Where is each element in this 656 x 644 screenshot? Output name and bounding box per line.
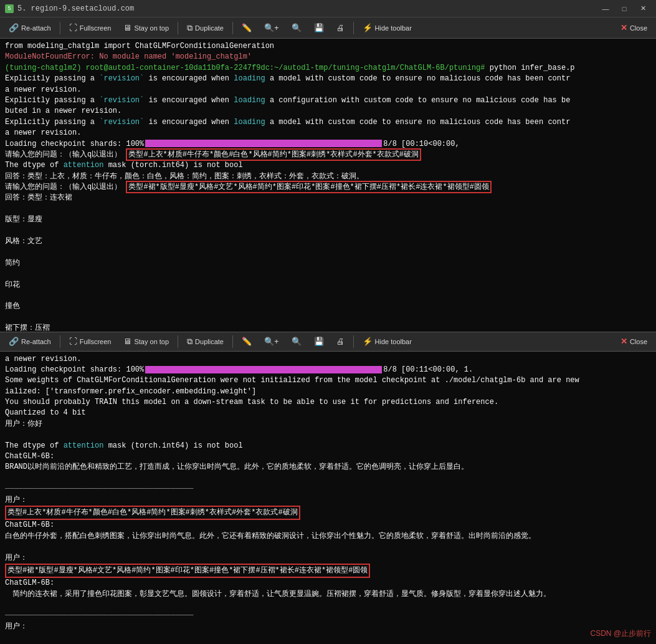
- reattach-icon-2: 🔗: [9, 337, 19, 346]
- line: Quantized to 4 bit: [5, 408, 651, 418]
- edit-icon: ✏️: [242, 23, 252, 32]
- line: Explicitly passing a `revision` is encou…: [5, 95, 651, 106]
- line: 风格：文艺: [5, 236, 651, 247]
- toolbar-sep-4: [353, 22, 354, 34]
- fullscreen-icon: ⛶: [69, 23, 77, 32]
- print-button[interactable]: 🖨: [331, 21, 349, 34]
- line: You should probably TRAIN this model on …: [5, 397, 651, 408]
- line: 裙下摆：压褶: [5, 323, 651, 331]
- save-button[interactable]: 💾: [309, 21, 329, 34]
- duplicate-icon: ⧉: [187, 23, 193, 33]
- line: 简约的连衣裙，采用了撞色印花图案，彰显文艺气息。圆领设计，穿着舒适，让气质更显温…: [5, 589, 651, 600]
- save-button-2[interactable]: 💾: [309, 335, 329, 348]
- duplicate-button-2[interactable]: ⧉ Duplicate: [182, 335, 229, 348]
- title-bar-controls: — □ ✕: [597, 3, 651, 14]
- fullscreen-button[interactable]: ⛶ Fullscreen: [64, 21, 116, 34]
- title-bar: 5 5. region-9.seetacloud.com — □ ✕: [0, 0, 656, 17]
- line: 用户：: [5, 495, 651, 506]
- duplicate-button[interactable]: ⧉ Duplicate: [182, 21, 229, 35]
- panel-2-toolbar: 🔗 Re-attach ⛶ Fullscreen 🖥 Stay on top ⧉…: [0, 332, 656, 352]
- line: from modeling_chatglm import ChatGLMForC…: [5, 41, 651, 52]
- line: ChatGLM-6B:: [5, 451, 651, 462]
- fullscreen-button-2[interactable]: ⛶ Fullscreen: [64, 335, 116, 348]
- maximize-button[interactable]: □: [616, 3, 632, 14]
- line: ChatGLM-6B:: [5, 520, 651, 531]
- line: a newer revision.: [5, 354, 651, 365]
- blank-line: [5, 312, 651, 323]
- zoom-in-icon-2: 🔍+: [264, 337, 279, 346]
- zoom-out-icon: 🔍: [292, 23, 302, 32]
- reattach-icon: 🔗: [9, 23, 19, 32]
- blank-line: [5, 600, 651, 610]
- csdn-watermark: CSDN @止步前行: [590, 628, 651, 639]
- zoom-out-icon-2: 🔍: [292, 337, 302, 346]
- line: 版型：显瘦: [5, 214, 651, 225]
- line: Some weights of ChatGLMForConditionalGen…: [5, 375, 651, 386]
- blank-line: [5, 430, 651, 440]
- line: 请输入您的问题：（输入q以退出） 类型#上衣*材质#牛仔布*颜色#白色*风格#简…: [5, 150, 651, 160]
- line: 印花: [5, 280, 651, 291]
- terminal-content-1[interactable]: from modeling_chatglm import ChatGLMForC…: [0, 39, 656, 332]
- print-icon-2: 🖨: [336, 337, 345, 346]
- line: (tuning-chatglm2) root@autodl-container-…: [5, 63, 651, 74]
- edit-button-2[interactable]: ✏️: [237, 335, 257, 348]
- line: ModuleNotFoundError: No module named 'mo…: [5, 52, 651, 62]
- blank-line: [5, 473, 651, 484]
- duplicate-icon-2: ⧉: [187, 337, 193, 347]
- blank-line: [5, 632, 651, 643]
- zoom-in-icon: 🔍+: [264, 23, 279, 32]
- reattach-button[interactable]: 🔗 Re-attach: [4, 21, 56, 34]
- window-icon: 5: [5, 4, 14, 13]
- terminal-panel-2: a newer revision. Loading checkpoint sha…: [0, 352, 656, 645]
- toolbar-sep-1: [60, 22, 60, 34]
- stay-on-top-icon-2: 🖥: [123, 337, 131, 346]
- edit-button[interactable]: ✏️: [237, 21, 257, 34]
- sep-p2-4: [353, 335, 354, 348]
- line: The dtype of attention mask (torch.int64…: [5, 160, 651, 171]
- sep-p2-1: [60, 335, 60, 348]
- zoom-out-button-2[interactable]: 🔍: [287, 335, 307, 348]
- line: 用户：: [5, 622, 651, 632]
- line: 用户：: [5, 553, 651, 564]
- line: a newer revision.: [5, 85, 651, 95]
- line: ————————————————————————————————————————…: [5, 610, 651, 621]
- line: Loading checkpoint shards: 100%8/8 [00:1…: [5, 365, 651, 375]
- reattach-button-2[interactable]: 🔗 Re-attach: [4, 335, 56, 348]
- edit-icon-2: ✏️: [242, 337, 252, 346]
- top-toolbar: 🔗 Re-attach ⛶ Fullscreen 🖥 Stay on top ⧉…: [0, 17, 656, 39]
- line: 简约: [5, 258, 651, 269]
- close-x-icon-2: ✕: [620, 337, 627, 346]
- zoom-in-button[interactable]: 🔍+: [259, 21, 284, 34]
- lightning-icon: ⚡: [363, 23, 373, 32]
- zoom-out-button[interactable]: 🔍: [287, 21, 307, 34]
- close-button-2[interactable]: ✕ Close: [616, 335, 652, 348]
- line: 用户：你好: [5, 419, 651, 430]
- line: The dtype of attention mask (torch.int64…: [5, 441, 651, 451]
- print-button-2[interactable]: 🖨: [331, 335, 349, 348]
- terminal-content-2[interactable]: a newer revision. Loading checkpoint sha…: [0, 352, 656, 645]
- close-button[interactable]: ✕ Close: [616, 21, 652, 34]
- zoom-in-button-2[interactable]: 🔍+: [259, 335, 284, 348]
- stay-on-top-button[interactable]: 🖥 Stay on top: [118, 21, 174, 34]
- terminal-panel-1: from modeling_chatglm import ChatGLMForC…: [0, 39, 656, 332]
- blank-line: [5, 204, 651, 214]
- hide-toolbar-button[interactable]: ⚡ Hide toolbar: [358, 21, 417, 34]
- minimize-button[interactable]: —: [597, 3, 614, 14]
- window-title: 5. region-9.seetacloud.com: [17, 4, 134, 13]
- sep-p2-3: [232, 335, 233, 348]
- close-window-button[interactable]: ✕: [635, 3, 651, 14]
- blank-line: [5, 269, 651, 279]
- sep-p2-2: [178, 335, 178, 348]
- toolbar-sep-2: [178, 22, 178, 34]
- line: 白色的牛仔外套，搭配白色刺绣图案，让你穿出时尚气息。此外，它还有着精致的破洞设计…: [5, 531, 651, 542]
- print-icon: 🖨: [336, 23, 345, 32]
- line: Explicitly passing a `revision` is encou…: [5, 117, 651, 128]
- stay-on-top-button-2[interactable]: 🖥 Stay on top: [118, 335, 174, 348]
- toolbar-sep-3: [232, 22, 233, 34]
- save-icon: 💾: [314, 23, 324, 32]
- hide-toolbar-button-2[interactable]: ⚡ Hide toolbar: [358, 335, 417, 348]
- line: buted in a newer revision.: [5, 106, 651, 117]
- blank-line: [5, 247, 651, 257]
- panels-container: from modeling_chatglm import ChatGLMForC…: [0, 39, 656, 644]
- stay-on-top-icon: 🖥: [123, 23, 131, 32]
